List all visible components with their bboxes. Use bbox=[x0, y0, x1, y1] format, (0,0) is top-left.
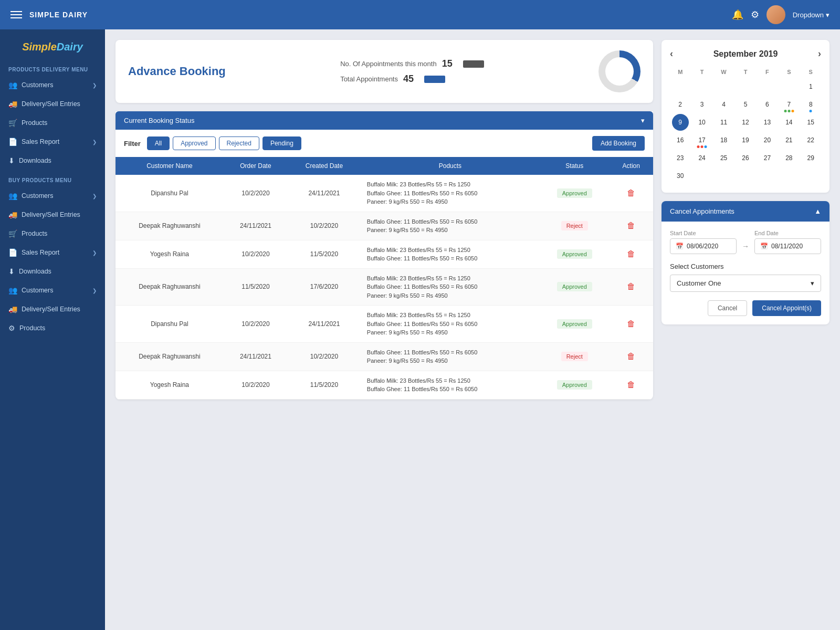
calendar-cell[interactable]: 23 bbox=[672, 150, 689, 166]
calendar-day-label: M bbox=[670, 67, 690, 77]
calendar-cell[interactable]: 24 bbox=[694, 150, 710, 166]
bell-icon[interactable]: 🔔 bbox=[732, 9, 743, 20]
sidebar-item-downloads-buy[interactable]: ⬇Downloads bbox=[0, 262, 105, 281]
chevron-down-icon-customer: ▾ bbox=[811, 279, 814, 287]
delete-icon[interactable]: 🗑 bbox=[627, 352, 635, 361]
end-date-input[interactable]: 📅 08/11/2020 bbox=[754, 238, 821, 254]
delete-icon[interactable]: 🗑 bbox=[627, 319, 635, 328]
cell-order-date: 11/5/2020 bbox=[224, 268, 288, 306]
sidebar-item-customers-buy[interactable]: 👥Customers ❯ bbox=[0, 186, 105, 205]
sidebar-item-sales-report-delivery[interactable]: 📄Sales Report ❯ bbox=[0, 132, 105, 151]
select-customers-label: Select Customers bbox=[670, 262, 821, 270]
chevron-down-icon: ▾ bbox=[641, 117, 645, 124]
calendar-cell[interactable]: 7 bbox=[781, 96, 797, 113]
sidebar-item-downloads-delivery[interactable]: ⬇Downloads bbox=[0, 151, 105, 170]
add-booking-button[interactable]: Add Booking bbox=[592, 136, 645, 151]
calendar-cell[interactable]: 16 bbox=[672, 132, 689, 149]
sidebar-item-delivery-entries-buy[interactable]: 🚚Delivery/Sell Entries bbox=[0, 205, 105, 224]
filter-btn-rejected[interactable]: Rejected bbox=[219, 136, 259, 150]
calendar-cell[interactable]: 2 bbox=[672, 96, 689, 113]
cell-customer: Dipanshu Pal bbox=[116, 306, 224, 343]
delete-icon[interactable]: 🗑 bbox=[627, 380, 635, 389]
sidebar-item-products-buy2[interactable]: ⚙Products bbox=[0, 319, 105, 338]
calendar-cell bbox=[737, 78, 754, 95]
calendar-cell[interactable]: 8 bbox=[802, 96, 819, 113]
cancel-appointments-button[interactable]: Cancel Appoint(s) bbox=[752, 300, 821, 316]
calendar-cell[interactable]: 3 bbox=[694, 96, 710, 113]
stat-bar-2 bbox=[424, 76, 445, 83]
sidebar-item-sales-report-buy[interactable]: 📄Sales Report ❯ bbox=[0, 243, 105, 262]
menu-section-buy-products: BUY PRODUCTS MENU bbox=[0, 170, 105, 186]
cell-action[interactable]: 🗑 bbox=[610, 268, 654, 306]
calendar-cell[interactable]: 9 bbox=[672, 114, 689, 131]
calendar-cell[interactable]: 18 bbox=[716, 132, 732, 149]
sidebar-item-customers-delivery[interactable]: 👥Customers ❯ bbox=[0, 76, 105, 94]
calendar-cell[interactable]: 13 bbox=[759, 114, 775, 131]
filter-section: Filter All Approved Rejected Pending Add… bbox=[116, 130, 653, 157]
topbar-brand: SIMPLE DAIRY bbox=[29, 10, 88, 19]
sidebar-item-products-buy[interactable]: 🛒Products bbox=[0, 224, 105, 243]
delete-icon[interactable]: 🗑 bbox=[627, 221, 635, 230]
calendar-cell[interactable]: 27 bbox=[759, 150, 775, 166]
calendar-next-button[interactable]: › bbox=[818, 48, 821, 59]
topbar-left: SIMPLE DAIRY bbox=[10, 10, 88, 19]
filter-btn-approved[interactable]: Approved bbox=[173, 136, 215, 150]
filter-label: Filter bbox=[124, 140, 141, 148]
cell-action[interactable]: 🗑 bbox=[610, 212, 654, 240]
sidebar-item-customers-buy2[interactable]: 👥Customers ❯ bbox=[0, 281, 105, 300]
stat-value-2: 45 bbox=[403, 74, 419, 85]
filter-btn-pending[interactable]: Pending bbox=[262, 136, 301, 150]
gear-icon[interactable]: ⚙ bbox=[751, 9, 759, 20]
calendar-cell[interactable]: 11 bbox=[716, 114, 732, 131]
calendar-cell[interactable]: 25 bbox=[716, 150, 732, 166]
calendar-cell[interactable]: 10 bbox=[694, 114, 710, 131]
calendar-cell[interactable]: 6 bbox=[759, 96, 775, 113]
calendar-cell[interactable]: 17 bbox=[694, 132, 710, 149]
calendar-cell[interactable]: 28 bbox=[781, 150, 797, 166]
calendar-cell[interactable]: 26 bbox=[737, 150, 754, 166]
calendar-cell[interactable]: 4 bbox=[716, 96, 732, 113]
cell-status: Reject bbox=[540, 342, 610, 371]
main-content: Advance Booking No. Of Appointments this… bbox=[105, 29, 840, 630]
table-row: Yogesh Raina 10/2/2020 11/5/2020 Buffalo… bbox=[116, 240, 653, 268]
sidebar-item-products-delivery[interactable]: 🛒Products bbox=[0, 113, 105, 132]
cell-status: Approved bbox=[540, 306, 610, 343]
cell-products: Buffalo Milk: 23 Bottles/Rs 55 = Rs 1250… bbox=[361, 371, 540, 399]
cell-order-date: 10/2/2020 bbox=[224, 240, 288, 268]
calendar-cell[interactable]: 19 bbox=[737, 132, 754, 149]
cell-action[interactable]: 🗑 bbox=[610, 342, 654, 371]
calendar-cell[interactable]: 12 bbox=[737, 114, 754, 131]
delete-icon[interactable]: 🗑 bbox=[627, 249, 635, 258]
cell-products: Buffalo Milk: 23 Bottles/Rs 55 = Rs 1250… bbox=[361, 175, 540, 212]
calendar-cell[interactable]: 1 bbox=[802, 78, 819, 95]
calendar-cell[interactable]: 20 bbox=[759, 132, 775, 149]
calendar-cell[interactable]: 30 bbox=[672, 167, 689, 184]
calendar-prev-button[interactable]: ‹ bbox=[670, 48, 673, 59]
filter-btn-all[interactable]: All bbox=[147, 136, 170, 150]
calendar-cell[interactable]: 14 bbox=[781, 114, 797, 131]
stat-row-appointments: No. Of Appointments this month 15 bbox=[340, 58, 484, 69]
cell-action[interactable]: 🗑 bbox=[610, 175, 654, 212]
calendar-cell bbox=[672, 78, 689, 95]
cancel-button[interactable]: Cancel bbox=[708, 300, 747, 316]
status-badge: Approved bbox=[557, 380, 592, 390]
calendar-header: ‹ September 2019 › bbox=[670, 48, 821, 59]
sidebar-item-delivery-entries[interactable]: 🚚Delivery/Sell Entries bbox=[0, 94, 105, 113]
calendar-cell[interactable]: 5 bbox=[737, 96, 754, 113]
avatar[interactable] bbox=[766, 5, 785, 24]
sidebar: SimpleDairy PRODUCTS DELIVERY MENU 👥Cust… bbox=[0, 29, 105, 630]
delete-icon[interactable]: 🗑 bbox=[627, 282, 635, 291]
start-date-input[interactable]: 📅 08/06/2020 bbox=[670, 238, 737, 254]
cell-action[interactable]: 🗑 bbox=[610, 371, 654, 399]
cell-action[interactable]: 🗑 bbox=[610, 306, 654, 343]
calendar-cell[interactable]: 15 bbox=[802, 114, 819, 131]
calendar-cell[interactable]: 21 bbox=[781, 132, 797, 149]
cell-action[interactable]: 🗑 bbox=[610, 240, 654, 268]
hamburger-icon[interactable] bbox=[10, 11, 22, 18]
sidebar-item-delivery-entries-buy2[interactable]: 🚚Delivery/Sell Entries bbox=[0, 300, 105, 319]
calendar-cell[interactable]: 22 bbox=[802, 132, 819, 149]
calendar-cell[interactable]: 29 bbox=[802, 150, 819, 166]
delete-icon[interactable]: 🗑 bbox=[627, 188, 635, 197]
customer-select-dropdown[interactable]: Customer One ▾ bbox=[670, 275, 821, 292]
user-dropdown[interactable]: Dropdown ▾ bbox=[793, 11, 830, 19]
